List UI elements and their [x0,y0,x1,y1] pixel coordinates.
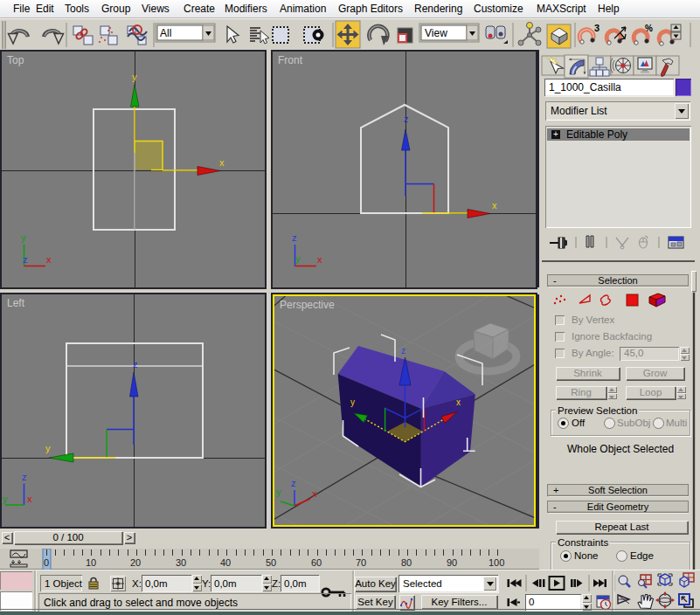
svg-text:10: 10 [86,557,96,568]
svg-text:Left: Left [7,297,25,309]
svg-text:40: 40 [220,557,231,568]
svg-text:y: y [295,253,301,264]
svg-text:x: x [27,494,32,504]
svg-text:60: 60 [311,557,322,568]
svg-text:Top: Top [7,54,24,66]
svg-text:z: z [133,359,138,370]
svg-text:x: x [46,254,52,265]
svg-text:80: 80 [401,557,412,568]
svg-text:Perspective: Perspective [280,299,335,311]
svg-text:x: x [317,254,322,265]
svg-text:All: All [160,27,171,39]
svg-text:20: 20 [130,557,141,568]
svg-text:x: x [312,488,317,499]
svg-text:y: y [350,397,355,407]
svg-text:90: 90 [447,557,457,568]
svg-text:y: y [21,232,26,243]
svg-text:x: x [492,200,497,211]
svg-text:3: 3 [594,23,600,33]
svg-text:x: x [456,397,461,407]
svg-text:y: y [132,72,137,82]
svg-text:z: z [23,254,28,265]
svg-text:z: z [291,478,296,488]
svg-text:30: 30 [176,557,186,568]
svg-text:y: y [276,487,281,497]
svg-text:50: 50 [266,557,276,568]
svg-text:z: z [292,232,297,243]
svg-text:x: x [219,157,225,168]
svg-text:y: y [45,443,51,453]
svg-text:y: y [3,494,8,504]
svg-text:z: z [401,346,405,356]
svg-text:z: z [22,472,27,482]
svg-text:0: 0 [44,557,49,568]
svg-text:70: 70 [356,557,366,568]
svg-text:Front: Front [278,54,303,66]
svg-text:%: % [645,24,653,33]
svg-text:z: z [404,114,409,124]
svg-text:100: 100 [489,557,504,568]
svg-text:View: View [425,27,447,39]
